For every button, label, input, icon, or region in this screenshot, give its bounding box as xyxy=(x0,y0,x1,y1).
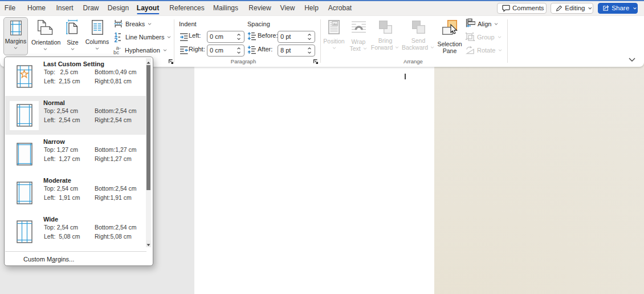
svg-text:2: 2 xyxy=(115,37,118,42)
svg-text:bc: bc xyxy=(113,49,119,55)
